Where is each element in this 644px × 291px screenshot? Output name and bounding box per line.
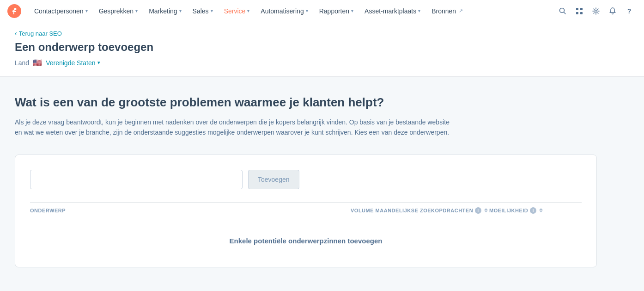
col-header-topic: ONDERWERP (30, 208, 351, 213)
main-content: Wat is een van de grootste problemen waa… (0, 77, 644, 291)
nav-item-contactpersonen[interactable]: Contactpersonen ▾ (29, 0, 93, 22)
difficulty-info-icon[interactable]: i (530, 207, 536, 214)
nav-item-sales[interactable]: Sales ▾ (187, 0, 219, 22)
add-topic-button[interactable]: Toevoegen (248, 170, 299, 189)
nav-item-bronnen[interactable]: Bronnen ↗ (426, 0, 468, 22)
back-link[interactable]: ‹ Terug naar SEO (15, 30, 629, 37)
svg-line-2 (564, 12, 566, 14)
external-link-icon: ↗ (459, 8, 463, 14)
question-title: Wat is een van de grootste problemen waa… (15, 95, 431, 110)
table-header: ONDERWERP VOLUME MAANDELIJKSE ZOEKOPDRAC… (30, 202, 582, 218)
svg-rect-4 (580, 8, 583, 10)
difficulty-sort-icon[interactable] (539, 208, 543, 212)
input-row: Toevoegen (30, 170, 582, 189)
nav-item-rapporten[interactable]: Rapporten ▾ (314, 0, 359, 22)
col-header-difficulty: MOEILIJKHEID i (489, 207, 582, 214)
svg-point-7 (595, 10, 597, 12)
empty-state: Enkele potentiële onderwerpzinnen toevoe… (30, 218, 582, 267)
nav-item-gesprekken[interactable]: Gesprekken ▾ (93, 0, 143, 22)
chevron-icon: ▾ (179, 8, 182, 13)
chevron-icon: ▾ (211, 8, 213, 13)
country-flag-icon: 🇺🇸 (33, 58, 42, 67)
topnav-right-icons: ? (555, 4, 637, 19)
apps-button[interactable] (572, 4, 587, 19)
svg-rect-3 (576, 8, 578, 10)
country-row: Land 🇺🇸 Verenigde Staten ▾ (15, 58, 629, 67)
dropdown-chevron-icon: ▾ (97, 60, 100, 66)
settings-button[interactable] (589, 4, 603, 19)
page-header: ‹ Terug naar SEO Een onderwerp toevoegen… (0, 22, 644, 77)
notifications-button[interactable] (605, 4, 620, 19)
topic-card: Toevoegen ONDERWERP VOLUME MAANDELIJKSE … (15, 155, 597, 267)
chevron-icon: ▾ (85, 8, 88, 13)
help-button[interactable]: ? (622, 4, 637, 19)
back-chevron-icon: ‹ (15, 30, 17, 37)
page-title: Een onderwerp toevoegen (15, 41, 629, 54)
hubspot-logo[interactable] (7, 4, 21, 18)
nav-item-service[interactable]: Service ▾ (219, 0, 255, 22)
nav-item-marketing[interactable]: Marketing ▾ (143, 0, 187, 22)
question-description: Als je deze vraag beantwoordt, kun je be… (15, 117, 454, 138)
volume-info-icon[interactable]: i (475, 207, 481, 214)
volume-sort-icon[interactable] (484, 208, 488, 212)
nav-item-automatisering[interactable]: Automatisering ▾ (255, 0, 313, 22)
svg-rect-6 (580, 12, 583, 14)
chevron-icon: ▾ (306, 8, 308, 13)
chevron-icon: ▾ (135, 8, 138, 13)
topic-input[interactable] (30, 170, 243, 189)
top-navigation: Contactpersonen ▾ Gesprekken ▾ Marketing… (0, 0, 644, 22)
search-button[interactable] (555, 4, 570, 19)
chevron-icon: ▾ (247, 8, 249, 13)
chevron-icon: ▾ (351, 8, 353, 13)
country-label: Land (15, 59, 29, 67)
svg-rect-5 (576, 12, 578, 14)
chevron-icon: ▾ (418, 8, 420, 13)
nav-item-asset-marktplaats[interactable]: Asset-marktplaats ▾ (359, 0, 426, 22)
nav-items: Contactpersonen ▾ Gesprekken ▾ Marketing… (29, 0, 555, 22)
col-header-volume: VOLUME MAANDELIJKSE ZOEKOPDRACHTEN i (351, 207, 489, 214)
country-selector[interactable]: Verenigde Staten ▾ (46, 59, 100, 67)
